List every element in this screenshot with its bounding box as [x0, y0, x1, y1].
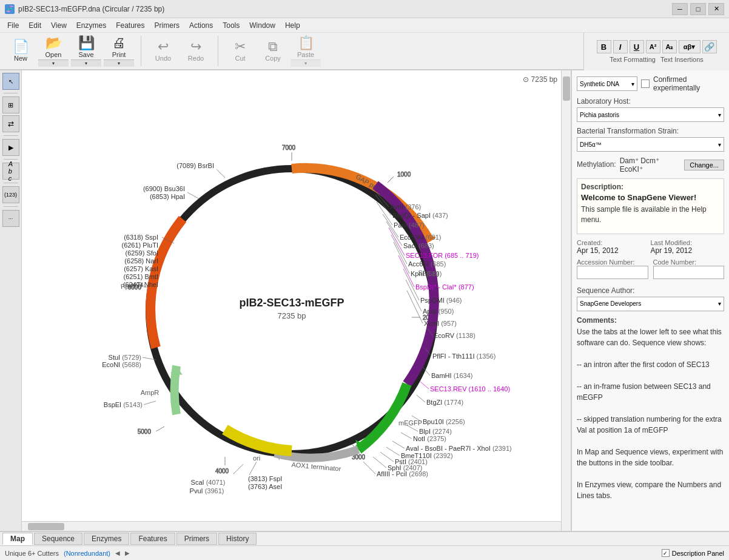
undo-button[interactable]: ↩ Undo: [147, 35, 179, 67]
redo-button[interactable]: ↪ Redo: [180, 35, 212, 67]
link-button[interactable]: 🔗: [702, 40, 717, 53]
bottom-tab-bar: Map Sequence Enzymes Features Primers Hi…: [0, 531, 729, 545]
superscript-button[interactable]: A²: [646, 40, 660, 53]
menu-features[interactable]: Features: [111, 20, 149, 31]
move-tool[interactable]: ⇄: [2, 115, 19, 132]
desc-panel-label: Description Panel: [672, 550, 724, 557]
font-dropdown[interactable]: αβ▾: [679, 40, 700, 53]
right-panel: Synthetic DNA ▾ Confirmed experimentally…: [571, 70, 729, 531]
minimize-btn[interactable]: ─: [672, 3, 688, 15]
tab-primers[interactable]: Primers: [176, 533, 217, 545]
horizontal-scrollbar-thumb[interactable]: [28, 523, 64, 530]
open-arrow[interactable]: ▾: [38, 59, 69, 67]
close-btn[interactable]: ✕: [708, 3, 724, 15]
paste-arrow[interactable]: ▾: [291, 59, 321, 67]
svg-text:PvuI (3961): PvuI (3961): [189, 487, 224, 494]
save-top[interactable]: 💾 Save: [71, 35, 101, 59]
change-methylation-button[interactable]: Change...: [684, 160, 724, 170]
menu-tools[interactable]: Tools: [218, 20, 244, 31]
tab-enzymes[interactable]: Enzymes: [84, 533, 129, 545]
menu-file[interactable]: File: [2, 20, 24, 31]
plasmid-name-text: pIB2-SEC13-mEGFP: [239, 297, 344, 309]
save-button[interactable]: 💾 Save ▾: [70, 35, 102, 67]
subscript-button[interactable]: A₂: [662, 40, 677, 53]
copy-button[interactable]: ⧉ Copy: [257, 35, 289, 67]
bold-button[interactable]: B: [597, 40, 611, 53]
zoom-tool[interactable]: ⊞: [2, 96, 19, 113]
menu-help[interactable]: Help: [280, 20, 305, 31]
synthetic-dna-dropdown[interactable]: Synthetic DNA ▾: [577, 76, 637, 91]
menu-view[interactable]: View: [46, 20, 72, 31]
vertical-scrollbar[interactable]: [561, 70, 571, 531]
confirmed-checkbox[interactable]: [641, 79, 650, 88]
select-tool[interactable]: ↖: [2, 73, 19, 90]
menu-actions[interactable]: Actions: [184, 20, 218, 31]
desc-panel-checkbox[interactable]: ✓: [662, 549, 670, 557]
print-top[interactable]: 🖨 Print: [104, 35, 134, 59]
svg-text:7000: 7000: [281, 144, 295, 151]
left-toolbar: ↖ ⊞ ⇄ ▶ Abc (123) ···: [0, 70, 22, 531]
svg-text:SEC13.FOR (685 .. 719): SEC13.FOR (685 .. 719): [406, 252, 479, 259]
menu-primers[interactable]: Primers: [150, 20, 184, 31]
underline-button[interactable]: U: [630, 40, 644, 53]
accession-input[interactable]: [577, 266, 648, 279]
tab-sequence[interactable]: Sequence: [34, 533, 82, 545]
main-toolbar: 📄 New 📂 Open ▾ 💾 Save ▾ 🖨 Print ▾: [0, 33, 729, 70]
accession-col: Accession Number:: [577, 258, 651, 283]
open-button[interactable]: 📂 Open ▾: [38, 35, 69, 67]
num-tool[interactable]: (123): [2, 186, 19, 203]
author-section: Sequence Author: SnapGene Developers ▾: [577, 286, 724, 311]
paste-top[interactable]: 📋 Paste: [291, 35, 321, 59]
text-tool[interactable]: Abc: [2, 163, 19, 180]
print-icon: 🖨: [112, 36, 126, 50]
author-label: Sequence Author:: [577, 286, 724, 295]
methylation-label: Methylation:: [577, 160, 616, 169]
lt-sep-1: [4, 93, 18, 93]
author-select[interactable]: SnapGene Developers ▾: [577, 297, 724, 311]
save-arrow[interactable]: ▾: [71, 59, 101, 67]
lab-host-select[interactable]: Pichia pastoris ▾: [577, 107, 724, 122]
plasmid-map[interactable]: 7000 1000 2000 3000 4000 5000: [22, 76, 561, 521]
text-formatting-label: Text Formatting: [610, 56, 656, 63]
feature-tool[interactable]: ▶: [2, 139, 19, 156]
menu-edit[interactable]: Edit: [24, 20, 46, 31]
menu-enzymes[interactable]: Enzymes: [72, 20, 111, 31]
svg-line-57: [420, 382, 429, 389]
vertical-scrollbar-thumb[interactable]: [563, 76, 570, 101]
copy-icon: ⧉: [268, 40, 278, 53]
title-bar: 🧬 pIB2-SEC13-mEGFP.dna (Circular / 7235 …: [0, 0, 729, 18]
svg-text:Acc65I (685): Acc65I (685): [408, 260, 446, 268]
horizontal-scrollbar[interactable]: [22, 521, 561, 531]
code-input[interactable]: [653, 266, 725, 279]
svg-line-69: [386, 447, 400, 456]
new-button[interactable]: 📄 New: [5, 35, 36, 67]
cutters-prev[interactable]: ◀: [115, 550, 120, 556]
svg-text:(3813) FspI: (3813) FspI: [248, 475, 282, 482]
lt-sep-5: [4, 206, 18, 207]
print-button[interactable]: 🖨 Print ▾: [103, 35, 135, 67]
svg-text:StuI (5729): StuI (5729): [108, 354, 141, 361]
svg-line-83: [144, 401, 156, 405]
tab-map[interactable]: Map: [2, 533, 33, 545]
cutters-next[interactable]: ▶: [125, 550, 130, 556]
svg-text:XcmI (957): XcmI (957): [424, 320, 457, 327]
menu-window[interactable]: Window: [244, 20, 280, 31]
nonredundant-label[interactable]: (Nonredundant): [64, 550, 110, 557]
tab-history[interactable]: History: [218, 533, 257, 545]
window-title: pIB2-SEC13-mEGFP.dna (Circular / 7235 bp…: [18, 5, 164, 13]
print-arrow[interactable]: ▾: [104, 59, 134, 67]
tab-features[interactable]: Features: [130, 533, 175, 545]
plasmid-svg: 7000 1000 2000 3000 4000 5000: [37, 87, 546, 511]
redo-icon: ↪: [190, 40, 201, 53]
lt-sep-4: [4, 183, 18, 183]
misc-tool[interactable]: ···: [2, 210, 19, 227]
desc-panel-toggle[interactable]: ✓ Description Panel: [662, 549, 724, 557]
cut-button[interactable]: ✂ Cut: [224, 35, 256, 67]
lt-sep-3: [4, 159, 18, 160]
paste-button[interactable]: 📋 Paste ▾: [290, 35, 321, 67]
maximize-btn[interactable]: □: [690, 3, 706, 15]
italic-button[interactable]: I: [613, 40, 628, 53]
bacterial-select[interactable]: DH5α™ ▾: [577, 137, 724, 152]
code-col: Code Number:: [651, 258, 725, 283]
open-top[interactable]: 📂 Open: [38, 35, 69, 59]
